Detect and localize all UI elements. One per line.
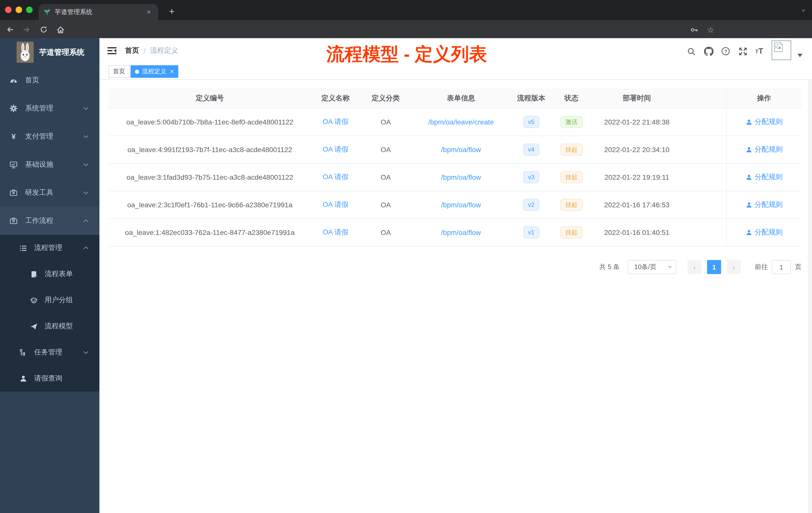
version-badge: v3 <box>523 171 539 183</box>
column-header-filler <box>683 88 726 108</box>
assign-rule-button[interactable]: 分配规则 <box>746 173 783 182</box>
form-info-link[interactable]: /bpm/oa/flow <box>441 201 481 209</box>
tag-home[interactable]: 首页 <box>109 65 129 78</box>
chevron-down-icon <box>83 350 89 355</box>
form-info-link[interactable]: /bpm/oa/flow <box>441 173 481 181</box>
macos-zoom-button[interactable] <box>26 6 33 13</box>
definition-name-link[interactable]: OA 请假 <box>323 228 348 237</box>
form-icon <box>30 270 38 278</box>
assign-rule-button[interactable]: 分配规则 <box>746 228 783 237</box>
sidebar-item-workflow[interactable]: 工作流程 <box>0 207 99 235</box>
sidebar-item-process-management[interactable]: 流程管理 <box>0 235 99 261</box>
chevron-down-icon <box>83 162 89 168</box>
page-number-button[interactable]: 1 <box>707 260 721 274</box>
sidebar-item-process-model[interactable]: 流程模型 <box>0 313 99 339</box>
cell-definition-id: oa_leave:2:3c1f0ef1-76b1-11ec-9c66-a2380… <box>109 191 311 218</box>
person-icon <box>746 202 752 208</box>
sidebar-item-payment[interactable]: ¥ 支付管理 <box>0 122 99 151</box>
chevron-up-icon <box>83 245 89 251</box>
browser-toolbar: 不安全 dashboard.yudao.iocoder.cn/bpm/manag… <box>0 20 812 38</box>
macos-close-button[interactable] <box>5 6 11 13</box>
sidebar-item-infra[interactable]: 基础设施 <box>0 151 99 179</box>
column-header-status: 状态 <box>552 88 591 108</box>
tag-process-definition[interactable]: 流程定义 ✕ <box>130 65 178 78</box>
sidebar-item-task-management[interactable]: 任务管理 <box>0 339 99 365</box>
breadcrumb-separator: / <box>144 47 146 55</box>
tag-label: 流程定义 <box>142 67 166 76</box>
table-row: oa_leave:5:004b710b-7b8a-11ec-8ef0-acde4… <box>109 109 802 136</box>
assign-rule-button[interactable]: 分配规则 <box>746 117 783 126</box>
gear-icon <box>9 104 18 113</box>
sidebar-item-process-form[interactable]: 流程表单 <box>0 261 99 287</box>
help-icon[interactable]: ? <box>721 46 731 56</box>
sidebar-item-user-group[interactable]: 用户分组 <box>0 287 99 313</box>
page-size-select[interactable]: 10条/页 <box>628 260 676 274</box>
tag-close-icon[interactable]: ✕ <box>170 69 174 74</box>
status-badge: 挂起 <box>560 171 582 183</box>
new-tab-button[interactable]: + <box>165 4 179 19</box>
definition-name-link[interactable]: OA 请假 <box>323 117 348 126</box>
definition-name-link[interactable]: OA 请假 <box>323 173 348 182</box>
bookmark-star-icon[interactable]: ☆ <box>704 24 717 36</box>
reload-button[interactable] <box>38 24 50 36</box>
sidebar-item-label: 基础设施 <box>25 160 53 169</box>
red-annotation-text: 流程模型 - 定义列表 <box>326 42 487 67</box>
cell-deploy-time: 2022-01-22 20:34:10 <box>591 136 683 163</box>
sidebar-item-label: 请假查询 <box>34 374 62 383</box>
forward-button[interactable] <box>21 24 33 36</box>
list-icon <box>19 244 27 252</box>
svg-text:?: ? <box>724 49 727 54</box>
cell-filler <box>683 109 726 135</box>
fullscreen-icon[interactable] <box>738 46 748 56</box>
assign-rule-button[interactable]: 分配规则 <box>746 200 783 209</box>
form-info-link[interactable]: /bpm/oa/flow <box>441 146 481 154</box>
tab-title: 芋道管理系统 <box>55 8 145 16</box>
column-header-name: 定义名称 <box>311 88 360 108</box>
user-avatar[interactable] <box>771 40 791 60</box>
definition-name-link[interactable]: OA 请假 <box>323 145 348 154</box>
version-badge: v1 <box>523 227 539 238</box>
sidebar-item-system[interactable]: 系统管理 <box>0 94 99 122</box>
back-button[interactable] <box>4 24 16 36</box>
sidebar-item-devtools[interactable]: 研发工具 <box>0 179 99 207</box>
sidebar-item-home[interactable]: 首页 <box>0 66 99 94</box>
sidebar-item-label: 研发工具 <box>25 188 53 197</box>
form-info-link[interactable]: /bpm/oa/flow <box>441 229 481 236</box>
sidebar-collapse-icon[interactable] <box>108 46 116 55</box>
avatar-dropdown-caret-icon[interactable] <box>798 54 803 57</box>
sidebar-item-label: 流程管理 <box>34 243 62 252</box>
column-header-deploy-time: 部署时间 <box>591 88 683 108</box>
page-unit-label: 页 <box>795 263 802 272</box>
sidebar-logo: 芋道管理系统 <box>0 38 99 66</box>
github-icon[interactable] <box>703 46 714 56</box>
column-header-id: 定义编号 <box>109 88 311 108</box>
goto-page-input[interactable] <box>772 260 791 274</box>
macos-minimize-button[interactable] <box>16 6 22 13</box>
person-icon <box>746 146 752 153</box>
search-icon[interactable] <box>686 46 696 56</box>
browser-tab[interactable]: 芋道管理系统 ✕ <box>39 4 158 20</box>
assign-rule-button[interactable]: 分配规则 <box>746 145 783 154</box>
tab-search-chevron-icon[interactable]: ˅ <box>802 7 805 13</box>
scrollbar-gutter <box>808 80 812 513</box>
breadcrumb-home[interactable]: 首页 <box>125 46 139 55</box>
home-button[interactable] <box>54 24 66 36</box>
font-size-icon[interactable]: TT <box>754 46 764 56</box>
status-badge: 激活 <box>560 116 582 128</box>
cell-deploy-time: 2022-01-22 21:48:38 <box>591 109 683 135</box>
sidebar-item-leave-query[interactable]: 请假查询 <box>0 365 99 392</box>
column-header-form: 表单信息 <box>411 88 511 108</box>
dashboard-icon <box>9 76 18 84</box>
form-info-link[interactable]: /bpm/oa/leave/create <box>428 118 494 126</box>
active-tag-dot <box>135 69 139 73</box>
pagination: 共 5 条 10条/页 ‹ 1 › 前往 页 <box>599 260 802 274</box>
table-row: oa_leave:3:1fad3d93-7b75-11ec-a3c8-acde4… <box>109 163 802 191</box>
prev-page-button[interactable]: ‹ <box>688 260 701 274</box>
table-row: oa_leave:4:991f2193-7b7f-11ec-a3c8-acde4… <box>109 136 802 163</box>
next-page-button[interactable]: › <box>727 260 741 274</box>
user-group-icon <box>30 296 38 304</box>
cell-definition-id: oa_leave:1:482ec033-762a-11ec-8477-a2380… <box>109 219 311 246</box>
definition-name-link[interactable]: OA 请假 <box>323 200 348 209</box>
tab-close-icon[interactable]: ✕ <box>145 8 153 16</box>
password-key-icon[interactable] <box>688 24 700 36</box>
